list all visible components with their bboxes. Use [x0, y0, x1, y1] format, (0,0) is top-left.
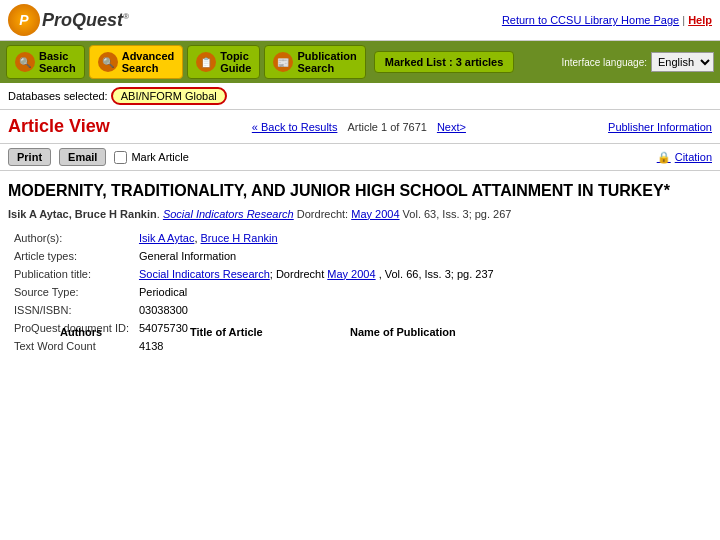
article-count: Article 1 of 7671: [347, 121, 427, 133]
logo-text: ProQuest®: [42, 10, 129, 31]
proquest-logo: P ProQuest®: [8, 4, 129, 36]
article-header: Article View « Back to Results Article 1…: [0, 110, 720, 144]
language-section: Interface language: English: [561, 52, 714, 72]
publisher-info-link[interactable]: Publisher Information: [608, 121, 712, 133]
main-content: MODERNITY, TRADITIONALITY, AND JUNIOR HI…: [0, 171, 720, 366]
publication-title-label: Publication title:: [10, 266, 133, 282]
word-count-label: Text Word Count: [10, 338, 133, 354]
basic-search-icon: 🔍: [15, 52, 35, 72]
source-type-label: Source Type:: [10, 284, 133, 300]
citation-label: Citation: [675, 151, 712, 163]
publication-title-value: Social Indicators Research; Dordrecht Ma…: [135, 266, 710, 282]
author-link-2[interactable]: Bruce H Rankin: [201, 232, 278, 244]
pub-vol-iss: , Vol. 66, Iss. 3; pg. 237: [379, 268, 494, 280]
authors-row: Author(s): Isik A Aytac, Bruce H Rankin: [10, 230, 710, 246]
authors-label: Author(s):: [10, 230, 133, 246]
issn-row: ISSN/ISBN: 03038300: [10, 302, 710, 318]
publication-search-button[interactable]: 📰 Publication Search: [264, 45, 365, 79]
pub-details: Dordrecht: May 2004 Vol. 63, Iss. 3; pg.…: [297, 208, 512, 220]
top-bar: P ProQuest® Return to CCSU Library Home …: [0, 0, 720, 41]
logo-icon: P: [8, 4, 40, 36]
journal-name: Social Indicators Research: [163, 208, 294, 220]
lang-label: Interface language:: [561, 57, 647, 68]
title-of-article-annotation: Title of Article: [190, 326, 263, 338]
author-link-1[interactable]: Isik A Aytac: [139, 232, 194, 244]
article-title: MODERNITY, TRADITIONALITY, AND JUNIOR HI…: [8, 181, 712, 202]
advanced-search-icon: 🔍: [98, 52, 118, 72]
pub-location: Dordrecht: [276, 268, 327, 280]
source-type-value: Periodical: [135, 284, 710, 300]
publication-search-label: Publication Search: [297, 50, 356, 74]
word-count-value: 4138: [135, 338, 710, 354]
marked-list-label: Marked List : 3 articles: [385, 56, 504, 68]
language-select[interactable]: English: [651, 52, 714, 72]
mark-article-checkbox[interactable]: [114, 151, 127, 164]
article-types-value: General Information: [135, 248, 710, 264]
pub-date-link[interactable]: May 2004: [327, 268, 375, 280]
topic-guide-button[interactable]: 📋 Topic Guide: [187, 45, 260, 79]
database-badge[interactable]: ABI/NFORM Global: [111, 87, 227, 105]
email-button[interactable]: Email: [59, 148, 106, 166]
return-link[interactable]: Return to CCSU Library Home Page: [502, 14, 679, 26]
source-type-row: Source Type: Periodical: [10, 284, 710, 300]
mark-article-label: Mark Article: [131, 151, 188, 163]
advanced-search-button[interactable]: 🔍 Advanced Search: [89, 45, 184, 79]
top-links: Return to CCSU Library Home Page | Help: [502, 14, 712, 26]
article-types-label: Article types:: [10, 248, 133, 264]
authors-annotation: Authors: [60, 326, 102, 338]
publication-search-icon: 📰: [273, 52, 293, 72]
publication-title-row: Publication title: Social Indicators Res…: [10, 266, 710, 282]
next-link[interactable]: Next>: [437, 121, 466, 133]
word-count-row: Text Word Count 4138: [10, 338, 710, 354]
issn-label: ISSN/ISBN:: [10, 302, 133, 318]
article-view-title: Article View: [8, 116, 110, 137]
databases-label: Databases selected:: [8, 90, 108, 102]
article-types-row: Article types: General Information: [10, 248, 710, 264]
citation-link[interactable]: 🔒 Citation: [657, 151, 712, 164]
help-link[interactable]: Help: [688, 14, 712, 26]
basic-search-button[interactable]: 🔍 Basic Search: [6, 45, 85, 79]
actions-bar: Print Email Mark Article 🔒 Citation: [0, 144, 720, 171]
topic-guide-icon: 📋: [196, 52, 216, 72]
citation-icon: 🔒: [657, 151, 671, 164]
pub-title-link[interactable]: Social Indicators Research: [139, 268, 270, 280]
topic-guide-label: Topic Guide: [220, 50, 251, 74]
author-names-citation: Isik A Aytac, Bruce H Rankin: [8, 208, 157, 220]
advanced-search-label: Advanced Search: [122, 50, 175, 74]
mark-article-section: Mark Article: [114, 151, 188, 164]
nav-bar: 🔍 Basic Search 🔍 Advanced Search 📋 Topic…: [0, 41, 720, 83]
name-of-publication-annotation: Name of Publication: [350, 326, 456, 338]
basic-search-label: Basic Search: [39, 50, 76, 74]
authors-value: Isik A Aytac, Bruce H Rankin: [135, 230, 710, 246]
nav-results: « Back to Results Article 1 of 7671 Next…: [252, 121, 466, 133]
back-to-results-link[interactable]: « Back to Results: [252, 121, 338, 133]
issn-value: 03038300: [135, 302, 710, 318]
article-citation-line: Isik A Aytac, Bruce H Rankin. Social Ind…: [8, 208, 712, 220]
marked-list-button[interactable]: Marked List : 3 articles: [374, 51, 515, 73]
databases-bar: Databases selected: ABI/NFORM Global: [0, 83, 720, 110]
print-button[interactable]: Print: [8, 148, 51, 166]
